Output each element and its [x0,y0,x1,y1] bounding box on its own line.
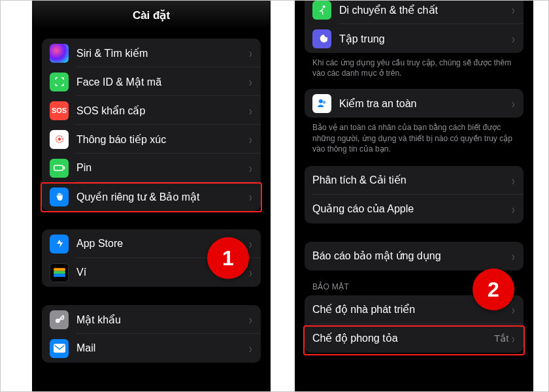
footer-access: Khi các ứng dụng yêu cầu truy cập, chúng… [305,53,524,78]
exposure-icon [50,130,69,149]
row-analytics[interactable]: Phân tích & Cải tiến › [305,166,524,195]
sos-icon: SOS [50,101,69,120]
footer-safety: Bảo vệ an toàn cá nhân của bạn bằng cách… [305,118,524,154]
key-icon [50,310,69,329]
chevron-right-icon: › [512,203,515,216]
chevron-right-icon: › [249,133,252,146]
chevron-right-icon: › [512,303,515,316]
row-exposure[interactable]: Thông báo tiếp xúc › [42,125,261,154]
row-battery[interactable]: Pin › [42,154,261,182]
faceid-icon [50,73,69,91]
row-apple-ads[interactable]: Quảng cáo của Apple › [305,195,524,223]
svg-point-9 [322,5,325,8]
chevron-right-icon: › [512,32,515,45]
row-lockdown-mode[interactable]: Chế độ phong tỏa Tắt › [305,324,524,353]
fitness-icon [312,1,331,20]
chevron-right-icon: › [512,250,515,263]
row-siri[interactable]: Siri & Tìm kiếm › [42,39,261,67]
row-focus[interactable]: Tập trung › [305,24,524,53]
chevron-right-icon: › [249,161,252,174]
svg-point-10 [318,99,322,103]
svg-point-11 [322,101,325,105]
siri-icon [50,44,69,63]
appstore-icon [50,235,69,253]
svg-rect-2 [54,165,63,171]
focus-icon [312,29,331,48]
screenshot-settings-main: Cài đặt Siri & Tìm kiếm › Face ID & Mật … [32,1,271,391]
safety-icon [312,94,331,113]
chevron-right-icon: › [512,3,515,16]
chevron-right-icon: › [249,75,252,88]
row-passwords[interactable]: Mật khẩu › [42,305,261,334]
mail-icon [50,339,69,358]
row-safety-check[interactable]: Kiểm tra an toàn › [305,89,524,118]
row-privacy[interactable]: Quyền riêng tư & Bảo mật › [42,182,261,211]
row-mail[interactable]: Mail › [42,334,261,363]
wallet-icon [50,263,69,282]
page-title: Cài đặt [32,1,271,29]
chevron-right-icon: › [249,342,252,355]
svg-rect-3 [63,167,65,170]
svg-rect-5 [54,271,65,274]
battery-icon [50,159,69,178]
row-app-privacy-report[interactable]: Báo cáo bảo mật ứng dụng › [305,242,524,270]
svg-rect-6 [54,274,65,277]
chevron-right-icon: › [249,190,252,203]
step-badge-1: 1 [207,237,249,279]
lockdown-value: Tắt [494,333,508,344]
hand-icon [50,188,69,206]
row-sos[interactable]: SOS SOS khẩn cấp › [42,96,261,125]
chevron-right-icon: › [249,104,252,117]
chevron-right-icon: › [512,97,515,110]
chevron-right-icon: › [249,266,252,279]
row-fitness[interactable]: Di chuyển & thể chất › [305,1,524,24]
screenshot-privacy-detail: Di chuyển & thể chất › Tập trung › Khi c… [295,1,533,391]
chevron-right-icon: › [249,237,252,250]
chevron-right-icon: › [512,332,515,345]
chevron-right-icon: › [249,313,252,326]
svg-rect-4 [54,268,65,271]
svg-point-1 [58,138,61,141]
step-badge-2: 2 [473,269,514,310]
chevron-right-icon: › [512,174,515,187]
row-faceid[interactable]: Face ID & Mật mã › [42,67,261,96]
chevron-right-icon: › [249,46,252,59]
svg-rect-8 [54,344,65,353]
